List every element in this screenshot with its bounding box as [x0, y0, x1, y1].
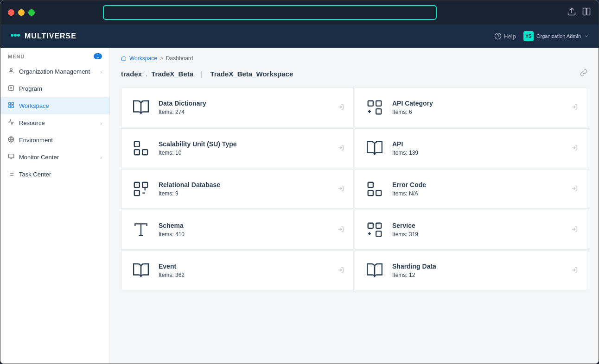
svg-rect-1 [583, 8, 586, 15]
breadcrumb-workspace[interactable]: Workspace [129, 55, 157, 62]
split-icon[interactable] [582, 7, 591, 19]
item-count: Items: 410 [159, 231, 330, 238]
title-bar [0, 0, 599, 25]
user-menu[interactable]: YS Organization Admin [523, 31, 589, 41]
enter-icon[interactable] [571, 226, 578, 234]
org-icon [8, 68, 14, 75]
svg-rect-41 [368, 190, 373, 195]
sidebar-item-environment[interactable]: Environment [0, 132, 109, 149]
sidebar-item-label: Environment [19, 137, 53, 144]
main-content: Workspace > Dashboard tradex.TradeX_Beta… [110, 48, 599, 364]
sidebar-item-org-management[interactable]: Organization Management › [0, 63, 109, 80]
sidebar-header: MENU 1 [0, 48, 109, 63]
maximize-button[interactable] [28, 9, 35, 16]
items-grid: Data Dictionary Items: 274 [121, 88, 587, 290]
svg-rect-32 [142, 150, 147, 155]
item-title: Relational Database [159, 181, 330, 188]
item-count: Items: 362 [159, 272, 330, 278]
grid-item-service[interactable]: Service Items: 319 [355, 210, 587, 250]
enter-icon[interactable] [338, 104, 344, 112]
sidebar-item-task-center[interactable]: Task Center [0, 166, 109, 183]
enter-icon[interactable] [338, 185, 344, 193]
minimize-button[interactable] [18, 9, 25, 16]
item-title: Error Code [392, 181, 564, 188]
svg-point-8 [10, 69, 13, 71]
link-icon[interactable] [580, 69, 587, 78]
book-icon [131, 260, 151, 281]
svg-rect-37 [142, 182, 147, 188]
sidebar-item-label: Monitor Center [19, 154, 59, 161]
svg-rect-49 [376, 223, 381, 228]
svg-rect-31 [134, 142, 140, 147]
enter-icon[interactable] [571, 104, 578, 112]
enter-icon[interactable] [338, 226, 344, 234]
title-bar-actions [567, 7, 591, 19]
grid-item-schema[interactable]: Schema Items: 410 [121, 210, 354, 250]
search-bar [103, 5, 437, 20]
main-area: MENU 1 Organization Management › Prog [0, 48, 599, 364]
item-title: Event [159, 263, 330, 270]
user-label: Organization Admin [536, 33, 581, 39]
svg-point-3 [11, 34, 13, 37]
svg-point-4 [14, 34, 17, 37]
upload-icon[interactable] [567, 7, 576, 19]
help-button[interactable]: Help [494, 32, 516, 40]
grid-item-sharding-data[interactable]: Sharding Data Items: 12 [355, 251, 587, 290]
breadcrumb-sep: > [160, 55, 163, 62]
chevron-down-icon [584, 33, 589, 39]
svg-rect-36 [134, 190, 140, 195]
task-icon [8, 170, 14, 178]
error-code-icon [364, 179, 385, 199]
enter-icon[interactable] [571, 267, 578, 275]
book-icon [364, 260, 385, 281]
item-count: Items: N/A [392, 190, 564, 197]
home-icon [121, 56, 127, 61]
workspace-beta: TradeX_Beta [151, 70, 193, 78]
chevron-right-icon: › [100, 120, 102, 126]
item-title: Sharding Data [392, 263, 564, 270]
svg-rect-27 [376, 101, 381, 106]
enter-icon[interactable] [571, 185, 578, 193]
svg-rect-26 [368, 101, 373, 106]
sidebar-item-label: Task Center [19, 171, 51, 178]
resource-icon [8, 119, 14, 127]
grid-item-su-type[interactable]: Scalability Unit (SU) Type Items: 10 [121, 128, 354, 168]
sidebar-item-label: Resource [19, 119, 45, 126]
workspace-org: tradex [121, 70, 142, 78]
grid-item-error-code[interactable]: Error Code Items: N/A [355, 169, 587, 209]
grid-item-relational-database[interactable]: Relational Database Items: 9 [121, 169, 354, 209]
service-icon [364, 220, 385, 240]
sidebar-item-program[interactable]: Program [0, 80, 109, 97]
svg-rect-10 [9, 103, 11, 105]
grid-item-api-category[interactable]: API Category Items: 6 [355, 88, 587, 127]
grid-item-api[interactable]: API Items: 139 [355, 128, 587, 168]
search-input[interactable] [103, 5, 437, 20]
sidebar-item-workspace[interactable]: Workspace [0, 97, 109, 114]
breadcrumb-current: Dashboard [166, 55, 193, 62]
grid-item-data-dictionary[interactable]: Data Dictionary Items: 274 [121, 88, 354, 127]
enter-icon[interactable] [338, 267, 344, 275]
workspace-icon [8, 102, 14, 110]
svg-rect-11 [12, 103, 13, 105]
sidebar-item-monitor-center[interactable]: Monitor Center › [0, 149, 109, 166]
window-frame: MULTIVERSE Help YS Organization Admin [0, 0, 599, 364]
grid-item-event[interactable]: Event Items: 362 [121, 251, 354, 290]
item-title: Scalability Unit (SU) Type [159, 140, 330, 148]
svg-rect-42 [368, 182, 373, 188]
relational-db-icon [131, 179, 151, 199]
item-count: Items: 12 [392, 272, 564, 278]
program-icon [8, 85, 14, 93]
nav-bar: MULTIVERSE Help YS Organization Admin [0, 25, 599, 48]
nav-right: Help YS Organization Admin [494, 31, 589, 41]
enter-icon[interactable] [338, 144, 344, 152]
item-title: Data Dictionary [159, 100, 330, 107]
sidebar-item-resource[interactable]: Resource › [0, 114, 109, 132]
traffic-lights [8, 9, 35, 16]
enter-icon[interactable] [571, 144, 578, 152]
close-button[interactable] [8, 9, 14, 16]
sidebar-item-label: Organization Management [19, 68, 90, 75]
item-count: Items: 10 [159, 150, 330, 156]
workspace-title: tradex.TradeX_Beta | TradeX_Beta_Workspa… [121, 70, 293, 78]
svg-rect-2 [587, 8, 590, 15]
item-count: Items: 6 [392, 109, 564, 115]
